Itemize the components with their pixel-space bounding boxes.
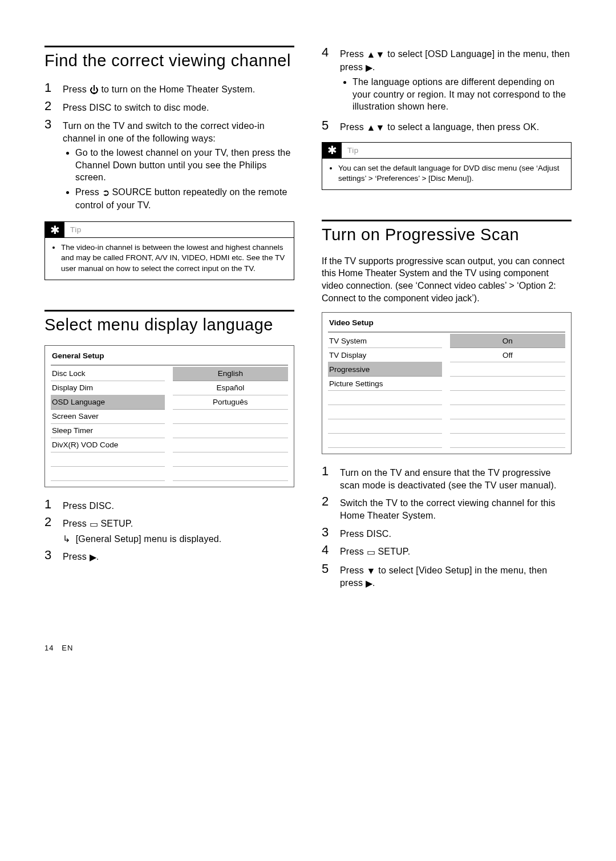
menu-item-empty <box>173 410 288 424</box>
setup-icon: ▭ <box>367 546 375 559</box>
step-body: Turn on the TV and switch to the correct… <box>63 118 294 213</box>
section1-steps: 1 Press ⏻ to turn on the Home Theater Sy… <box>44 81 294 213</box>
step-body: Press ▲▼ to select a language, then pres… <box>340 119 572 134</box>
menu-item: Screen Saver <box>51 410 165 424</box>
step-number: 1 <box>322 464 332 491</box>
menu-item: Disc Lock <box>51 367 165 381</box>
step-number: 1 <box>44 81 55 96</box>
result-text: [General Setup] menu is displayed. <box>76 534 222 544</box>
menu-item-empty <box>328 391 442 405</box>
step-number: 4 <box>322 46 332 115</box>
tip-star-icon: ✱ <box>45 222 64 237</box>
section3-title: Turn on Progressive Scan <box>322 225 572 245</box>
step-body: Press ⏻ to turn on the Home Theater Syst… <box>63 81 294 96</box>
tip-label: Tip <box>342 143 364 158</box>
page-footer: 14 EN <box>44 644 294 652</box>
menu-item-empty <box>173 452 288 467</box>
section3-intro: If the TV supports progressive scan outp… <box>322 255 572 304</box>
source-icon: ➲ <box>102 187 110 199</box>
menu-item: Progressive <box>328 362 442 377</box>
step-number: 3 <box>44 118 55 213</box>
step-body: Press ▲▼ to select [OSD Language] in the… <box>340 46 572 115</box>
menu-item: Español <box>173 381 288 395</box>
step-number: 1 <box>44 498 55 512</box>
menu-item: OSD Language <box>51 395 165 410</box>
section2-title: Select menu display language <box>44 315 294 335</box>
step-body: Press DISC. <box>63 498 294 512</box>
step-number: 3 <box>44 548 55 564</box>
step-number: 3 <box>322 526 332 540</box>
step-body: Press DISC to switch to disc mode. <box>63 99 294 114</box>
tip-text: You can set the default language for DVD… <box>338 163 565 184</box>
step-body: Press DISC. <box>340 526 572 540</box>
step-body: Press ▭ SETUP. ↳ [General Setup] menu is… <box>63 515 294 545</box>
step-number: 2 <box>44 515 55 545</box>
menu-item: Display Dim <box>51 381 165 395</box>
tip-text: The video-in channel is between the lowe… <box>61 242 288 274</box>
tip-label: Tip <box>64 222 87 237</box>
menu-item: Sleep Timer <box>51 424 165 438</box>
section2-steps-b: 4 Press ▲▼ to select [OSD Language] in t… <box>322 46 572 134</box>
menu-title: General Setup <box>52 351 287 360</box>
menu-item: On <box>450 334 565 348</box>
arrow-down-icon: ▼ <box>367 565 376 577</box>
step-body: Press ▶. <box>63 548 294 564</box>
tip-star-icon: ✱ <box>322 143 342 158</box>
step-body: Press ▼ to select [Video Setup] in the m… <box>340 562 572 590</box>
menu-item-empty <box>173 424 288 438</box>
arrow-right-icon: ▶ <box>366 62 372 74</box>
section3-steps: 1 Turn on the TV and ensure that the TV … <box>322 464 572 590</box>
bullet-item: Press ➲ SOURCE button repeatedly on the … <box>75 186 294 211</box>
tip-box: ✱ Tip The video-in channel is between th… <box>44 221 294 280</box>
menu-item-empty <box>51 467 165 481</box>
arrow-right-icon: ▶ <box>90 551 96 564</box>
menu-item: Picture Settings <box>328 377 442 391</box>
step-number: 5 <box>322 119 332 134</box>
bullet-item: The language options are different depen… <box>352 76 572 113</box>
menu-item-empty <box>450 419 565 434</box>
power-icon: ⏻ <box>90 84 99 96</box>
menu-item: TV Display <box>328 348 442 362</box>
result-icon: ↳ <box>63 533 73 545</box>
bullet-item: Go to the lowest channel on your TV, the… <box>75 147 294 184</box>
tip-box: ✱ Tip You can set the default language f… <box>322 142 572 190</box>
arrow-up-down-icon: ▲▼ <box>367 122 385 134</box>
arrow-right-icon: ▶ <box>366 577 372 590</box>
setup-icon: ▭ <box>90 518 98 531</box>
menu-item: Português <box>173 395 288 410</box>
arrow-up-down-icon: ▲▼ <box>367 48 385 61</box>
step-number: 2 <box>44 99 55 114</box>
step-number: 4 <box>322 543 332 559</box>
menu-item: DivX(R) VOD Code <box>51 438 165 452</box>
section2-steps-a: 1 Press DISC. 2 Press ▭ SETUP. ↳ [Genera… <box>44 498 294 564</box>
menu-item: TV System <box>328 334 442 348</box>
menu-item: English <box>173 367 288 381</box>
menu-item-empty <box>450 377 565 391</box>
menu-item-empty <box>450 362 565 377</box>
menu-item-empty <box>51 452 165 467</box>
step-body: Turn on the TV and ensure that the TV pr… <box>340 464 572 491</box>
general-setup-menu: General Setup Disc LockDisplay DimOSD La… <box>44 345 294 487</box>
menu-item-empty <box>450 405 565 419</box>
menu-item: Off <box>450 348 565 362</box>
step-number: 5 <box>322 562 332 590</box>
menu-item-empty <box>450 391 565 405</box>
menu-item-empty <box>328 434 442 448</box>
menu-item-empty <box>328 419 442 434</box>
video-setup-menu: Video Setup TV SystemTV DisplayProgressi… <box>322 312 572 454</box>
menu-title: Video Setup <box>329 318 564 327</box>
menu-item-empty <box>173 467 288 481</box>
step-body: Switch the TV to the correct viewing cha… <box>340 495 572 522</box>
section1-title: Find the correct viewing channel <box>44 51 294 71</box>
menu-item-empty <box>173 438 288 452</box>
menu-item-empty <box>328 405 442 419</box>
step-body: Press ▭ SETUP. <box>340 543 572 559</box>
step-number: 2 <box>322 495 332 522</box>
menu-item-empty <box>450 434 565 448</box>
